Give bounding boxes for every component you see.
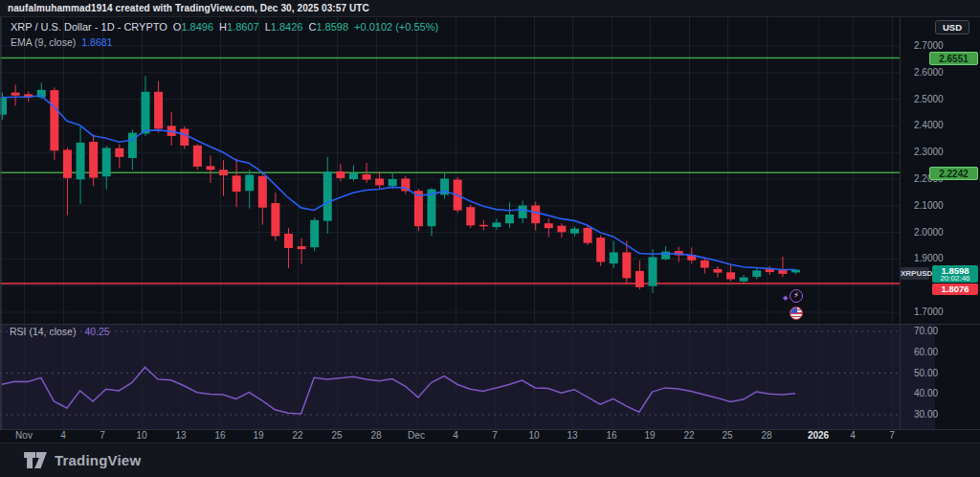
candle-body <box>258 176 267 208</box>
candle-body <box>584 228 592 243</box>
candle-body <box>635 271 644 287</box>
candle-body <box>375 178 384 185</box>
candle-body <box>310 220 319 247</box>
candle-body <box>713 269 722 273</box>
support-level-price-label: 1.8076 <box>932 284 978 295</box>
candle-body <box>363 174 371 180</box>
time-tick-label: 25 <box>722 430 732 441</box>
attribution-text: naufalmuhammad1914 created with TradingV… <box>8 3 369 13</box>
candle-body <box>233 175 241 192</box>
candle-body <box>752 270 761 277</box>
symbol-legend[interactable]: XRP / U.S. Dollar - 1D - CRYPTO O1.8496 … <box>11 20 438 49</box>
ohlc-close: C1.8598 <box>308 20 348 34</box>
currency-toggle-button[interactable]: USD <box>935 20 969 34</box>
symbol-title: XRP / U.S. Dollar - 1D - CRYPTO <box>11 20 167 34</box>
price-tick-label: 1.9000 <box>914 253 944 264</box>
alert-level-price-label: 2.6551 <box>929 52 978 65</box>
lightning-event-icon[interactable]: ⚡ <box>790 289 803 303</box>
candle-body <box>610 252 618 263</box>
time-tick-label: 4 <box>850 430 856 441</box>
time-tick-label: 4 <box>60 430 66 441</box>
time-tick-label: Nov <box>15 430 33 441</box>
time-tick-label: 7 <box>100 430 105 441</box>
candle-body <box>284 234 293 248</box>
tradingview-logo-text: TradingView <box>55 452 141 468</box>
rsi-indicator-label: RSI (14, close) <box>10 326 76 337</box>
candle-body <box>492 222 501 227</box>
ema-line <box>2 96 795 270</box>
candle-body <box>726 272 735 279</box>
attribution-bar: naufalmuhammad1914 created with TradingV… <box>0 0 980 17</box>
candle-body <box>102 148 111 176</box>
rsi-tick-label: 70.00 <box>914 326 938 337</box>
candle-body <box>740 278 748 282</box>
candle-body <box>11 93 20 96</box>
us-flag-event-icon[interactable] <box>790 307 803 320</box>
candle-body <box>219 170 228 175</box>
price-change: +0.0102 (+0.55%) <box>354 20 438 34</box>
candle-body <box>336 171 345 178</box>
candle-body <box>349 173 358 179</box>
candle-body <box>50 90 58 150</box>
candle-body <box>63 149 72 177</box>
candle-body <box>622 252 631 278</box>
price-tick-label: 2.4000 <box>914 120 944 131</box>
time-tick-label: 13 <box>175 430 186 441</box>
candle-body <box>141 92 149 134</box>
candle-body <box>505 215 514 223</box>
candle-body <box>298 246 306 249</box>
last-price-label: 1.8598 20:02:46 <box>932 265 978 283</box>
candle-body <box>649 257 657 285</box>
legend-row-ema[interactable]: EMA (9, close) 1.8681 <box>11 35 438 49</box>
footer-bar: TradingView <box>0 443 980 477</box>
candle-body <box>89 142 98 178</box>
time-tick-label: 16 <box>214 430 225 441</box>
time-tick-label: 2026 <box>808 430 829 441</box>
candle-body <box>661 252 670 260</box>
cursor-glyph-icon: ◆ <box>783 294 788 302</box>
symbol-price-badge: XRPUSD <box>901 267 929 280</box>
price-tick-label: 2.7000 <box>914 40 944 52</box>
chart-plot-area[interactable] <box>0 17 980 446</box>
tradingview-logo[interactable]: TradingView <box>24 452 141 468</box>
time-tick-label: 7 <box>492 430 498 441</box>
candle-body <box>545 223 553 228</box>
time-tick-label: 28 <box>370 430 381 441</box>
rsi-tick-label: 30.00 <box>914 409 938 420</box>
price-tick-label: 2.5000 <box>914 94 944 105</box>
rsi-tick-label: 60.00 <box>914 347 938 358</box>
time-tick-label: 22 <box>683 430 694 441</box>
price-tick-label: 1.7000 <box>914 307 944 318</box>
candle-body <box>193 146 202 167</box>
price-tick-label: 2.6000 <box>914 67 944 79</box>
candle-body <box>519 206 527 218</box>
candle-body <box>128 133 137 158</box>
ema-indicator-value: 1.8681 <box>81 35 112 49</box>
time-tick-label: 16 <box>606 430 616 441</box>
time-tick-label: 19 <box>253 430 263 441</box>
rsi-legend[interactable]: RSI (14, close) 40.25 <box>10 326 110 337</box>
price-tick-label: 2.0000 <box>914 227 944 238</box>
chart-event-icons: ◆ ⚡ <box>783 289 806 322</box>
chart-canvas[interactable] <box>0 17 980 443</box>
candle-body <box>701 261 709 268</box>
rsi-tick-label: 50.00 <box>914 368 938 379</box>
candle-body <box>466 207 475 225</box>
ohlc-high: H1.8607 <box>219 20 259 34</box>
bar-countdown: 20:02:46 <box>932 275 978 283</box>
candle-body <box>389 179 397 186</box>
price-tick-label: 2.3000 <box>914 147 944 158</box>
time-tick-label: 22 <box>292 430 302 441</box>
candle-body <box>323 171 332 220</box>
rsi-tick-label: 40.00 <box>914 388 938 399</box>
candle-body <box>180 128 189 146</box>
ema-indicator-label: EMA (9, close) <box>11 35 76 49</box>
time-tick-label: 7 <box>889 430 895 441</box>
time-tick-label: 13 <box>567 430 577 441</box>
rsi-indicator-value: 40.25 <box>84 326 109 337</box>
time-tick-label: 28 <box>761 430 771 441</box>
time-tick-label: 10 <box>136 430 146 441</box>
time-tick-label: 19 <box>644 430 655 441</box>
candle-body <box>115 148 123 157</box>
tradingview-chart-window: naufalmuhammad1914 created with TradingV… <box>0 0 980 477</box>
